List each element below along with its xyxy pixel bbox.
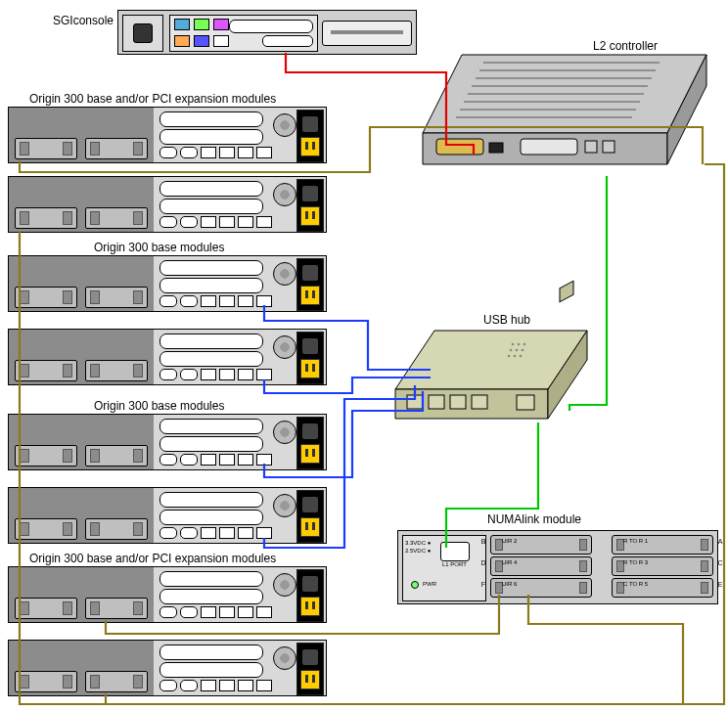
drive-slot-bay (9, 177, 154, 232)
svg-rect-29 (429, 395, 444, 409)
svg-rect-28 (407, 395, 423, 409)
numa-port-f-label: UIR 6 (502, 581, 537, 587)
drive-slot-bay (9, 330, 154, 384)
svg-rect-12 (489, 143, 503, 153)
numa-volt-b: 2.5VDC ● (405, 548, 431, 554)
fan-icon (273, 421, 296, 444)
svg-point-21 (523, 343, 526, 346)
usb-hub-device (395, 331, 587, 438)
fan-icon (273, 573, 296, 597)
drive-slot (15, 445, 77, 467)
fan-icon (273, 262, 296, 286)
pci-slot (159, 419, 263, 434)
pci-slot (159, 333, 263, 349)
io-bay (154, 641, 326, 695)
pci-slot (159, 111, 263, 127)
drive-slot-bay (9, 567, 154, 622)
rear-port-panel (159, 527, 287, 539)
io-bay (154, 108, 326, 162)
label-section-3: Origin 300 base modules (94, 399, 224, 413)
pci-slot (159, 644, 263, 660)
drive-slot-bay (9, 108, 154, 162)
cable-numalink (528, 595, 683, 704)
pci-slot (159, 181, 263, 197)
label-section-4: Origin 300 base and/or PCI expansion mod… (29, 552, 276, 565)
svg-rect-30 (450, 395, 466, 409)
power-inlet (300, 597, 320, 616)
numa-volt-a: 3.3VDC ● (405, 540, 431, 546)
numalink-ports: UIR 2 UIR 4 UIR 6 B D F R TO R 1 R TO R … (490, 535, 713, 600)
svg-rect-33 (560, 281, 573, 301)
drive-slot (85, 207, 148, 229)
svg-rect-32 (517, 395, 534, 410)
power-inlet (300, 359, 320, 378)
drive-slot-bay (9, 641, 154, 695)
pci-slot (159, 260, 263, 276)
label-section-2: Origin 300 base modules (94, 241, 224, 254)
label-numalink: NUMAlink module (487, 512, 581, 526)
io-bay (154, 415, 326, 469)
origin-300-module (8, 176, 327, 233)
numa-port-f-loc: F (478, 581, 488, 588)
origin-300-module (8, 329, 327, 385)
io-bay (154, 488, 326, 543)
pci-slot (159, 199, 263, 214)
drive-slot (15, 598, 77, 619)
pci-slot (159, 436, 263, 452)
numalink-module: 3.3VDC ● 2.5VDC ● L1 PORT PWR UIR 2 UIR … (397, 530, 718, 604)
svg-point-19 (512, 343, 515, 346)
svg-rect-11 (436, 139, 483, 155)
origin-300-module (8, 414, 327, 470)
svg-point-23 (516, 349, 519, 352)
io-bay (154, 330, 326, 384)
label-sgiconsole: SGIconsole (53, 14, 114, 27)
svg-point-24 (522, 349, 524, 352)
drive-slot-bay (9, 415, 154, 469)
svg-point-22 (510, 349, 513, 352)
io-bay (154, 177, 326, 232)
numalink-ports-right: R TO R 1 R TO R 3 C TO R 5 A C E (612, 535, 713, 600)
pci-slot (159, 351, 263, 367)
io-bay (154, 567, 326, 622)
io-bay (154, 256, 326, 311)
drive-slot (85, 598, 148, 619)
numa-port-d-loc: D (478, 559, 488, 566)
svg-rect-14 (585, 141, 597, 153)
svg-point-25 (508, 355, 511, 358)
origin-300-module (8, 107, 327, 163)
drive-slot (85, 518, 148, 540)
sgiconsole-device (117, 10, 417, 55)
numa-pwr-label: PWR (423, 581, 436, 587)
pci-slot (159, 510, 263, 525)
power-inlet (300, 444, 320, 464)
drive-slot (85, 671, 148, 692)
power-inlet (300, 517, 320, 537)
numa-port-b-loc: B (478, 538, 488, 545)
power-inlet (300, 137, 320, 156)
pci-slot (159, 662, 263, 678)
drive-slot (85, 287, 148, 308)
label-usb-hub: USB hub (483, 313, 530, 327)
svg-point-26 (514, 355, 517, 358)
numa-port-e-loc: E (715, 581, 725, 588)
fan-icon (273, 113, 296, 137)
numa-port-d-label: UIR 4 (502, 559, 537, 565)
drive-slot (15, 207, 77, 229)
numa-port-c-label: R TO R 3 (623, 559, 659, 565)
origin-300-module (8, 566, 327, 623)
numa-port-a-label: R TO R 1 (623, 538, 659, 544)
label-l2-controller: L2 controller (593, 39, 658, 53)
origin-300-module (8, 487, 327, 544)
drive-slot (85, 138, 148, 159)
drive-slot (85, 445, 148, 467)
rear-port-panel (159, 454, 287, 466)
drive-slot-bay (9, 256, 154, 311)
pci-slot (159, 492, 263, 508)
svg-point-20 (518, 343, 521, 346)
numa-port-e-label: C TO R 5 (623, 581, 659, 587)
numa-port-c-loc: C (715, 559, 725, 566)
power-inlet (300, 286, 320, 305)
svg-rect-31 (472, 395, 487, 409)
pci-slot (159, 589, 263, 604)
rear-port-panel (159, 680, 287, 691)
